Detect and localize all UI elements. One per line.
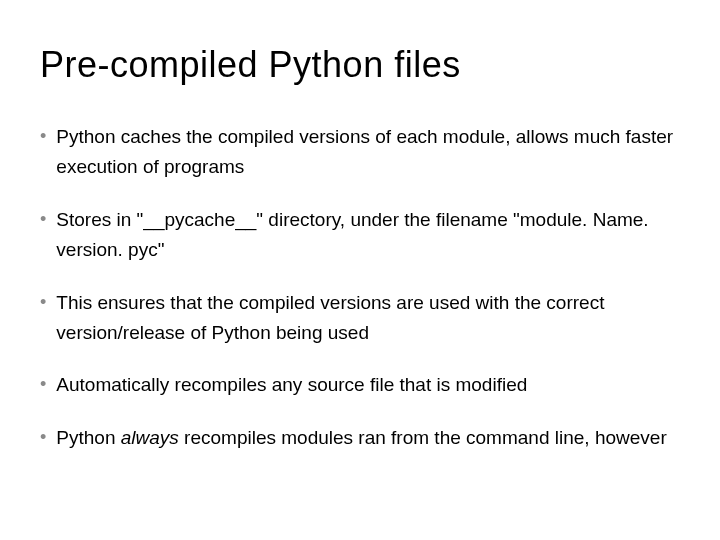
slide-title: Pre-compiled Python files — [40, 44, 680, 86]
bullet-item: •Python always recompiles modules ran fr… — [40, 423, 680, 453]
bullet-segment: Automatically recompiles any source file… — [56, 374, 527, 395]
bullet-item: •Stores in "__pycache__" directory, unde… — [40, 205, 680, 266]
bullet-dot-icon: • — [40, 288, 46, 317]
bullet-list: •Python caches the compiled versions of … — [40, 122, 680, 453]
slide: Pre-compiled Python files •Python caches… — [0, 0, 720, 515]
bullet-item: •Automatically recompiles any source fil… — [40, 370, 680, 400]
bullet-dot-icon: • — [40, 122, 46, 151]
bullet-segment: Stores in "__pycache__" directory, under… — [56, 209, 648, 260]
bullet-segment: Python caches the compiled versions of e… — [56, 126, 673, 177]
bullet-segment: This ensures that the compiled versions … — [56, 292, 604, 343]
bullet-segment: Python — [56, 427, 120, 448]
bullet-item: •This ensures that the compiled versions… — [40, 288, 680, 349]
bullet-text: Python caches the compiled versions of e… — [56, 122, 680, 183]
bullet-item: •Python caches the compiled versions of … — [40, 122, 680, 183]
bullet-segment-italic: always — [121, 427, 179, 448]
bullet-text: Python always recompiles modules ran fro… — [56, 423, 680, 453]
bullet-text: Stores in "__pycache__" directory, under… — [56, 205, 680, 266]
bullet-text: This ensures that the compiled versions … — [56, 288, 680, 349]
bullet-segment: recompiles modules ran from the command … — [179, 427, 667, 448]
bullet-dot-icon: • — [40, 370, 46, 399]
bullet-dot-icon: • — [40, 423, 46, 452]
bullet-dot-icon: • — [40, 205, 46, 234]
bullet-text: Automatically recompiles any source file… — [56, 370, 680, 400]
